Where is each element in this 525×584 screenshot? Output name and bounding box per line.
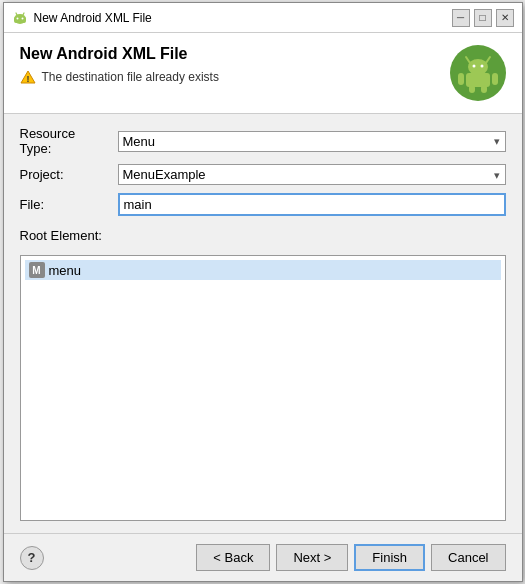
header-left: New Android XML File ! The destination f… <box>20 45 219 85</box>
header-section: New Android XML File ! The destination f… <box>4 33 522 114</box>
warning-text: The destination file already exists <box>42 70 219 84</box>
title-bar-text: New Android XML File <box>34 11 152 25</box>
svg-point-3 <box>21 17 23 19</box>
svg-point-13 <box>480 65 483 68</box>
menu-item-icon: M <box>29 262 45 278</box>
file-label: File: <box>20 197 110 212</box>
list-item[interactable]: M menu <box>25 260 501 280</box>
svg-line-4 <box>16 13 17 15</box>
warning-message: ! The destination file already exists <box>20 69 219 85</box>
title-bar-controls: ─ □ ✕ <box>452 9 514 27</box>
svg-rect-15 <box>458 73 464 85</box>
project-label: Project: <box>20 167 110 182</box>
svg-rect-14 <box>466 73 490 87</box>
file-row: File: <box>20 193 506 216</box>
project-wrapper: MenuExample <box>118 164 506 185</box>
footer: ? < Back Next > Finish Cancel <box>4 533 522 581</box>
project-row: Project: MenuExample <box>20 164 506 185</box>
svg-line-5 <box>23 13 24 15</box>
svg-point-2 <box>16 17 18 19</box>
svg-point-12 <box>472 65 475 68</box>
title-bar: New Android XML File ─ □ ✕ <box>4 3 522 33</box>
dialog: New Android XML File ─ □ ✕ New Android X… <box>3 2 523 582</box>
svg-rect-17 <box>469 85 475 93</box>
android-title-icon <box>12 10 28 26</box>
resource-type-wrapper: Menu <box>118 131 506 152</box>
cancel-button[interactable]: Cancel <box>431 544 505 571</box>
root-element-list[interactable]: M menu <box>20 255 506 521</box>
svg-rect-18 <box>481 85 487 93</box>
menu-item-label: menu <box>49 263 82 278</box>
file-input[interactable] <box>118 193 506 216</box>
footer-buttons: < Back Next > Finish Cancel <box>196 544 505 571</box>
close-button[interactable]: ✕ <box>496 9 514 27</box>
resource-type-label: Resource Type: <box>20 126 110 156</box>
svg-text:!: ! <box>26 74 29 84</box>
android-logo <box>450 45 506 101</box>
resource-type-row: Resource Type: Menu <box>20 126 506 156</box>
resource-type-select[interactable]: Menu <box>118 131 506 152</box>
svg-rect-1 <box>14 17 26 23</box>
svg-rect-16 <box>492 73 498 85</box>
warning-icon: ! <box>20 69 36 85</box>
minimize-button[interactable]: ─ <box>452 9 470 27</box>
form-section: Resource Type: Menu Project: MenuExample… <box>4 114 522 533</box>
root-element-label: Root Element: <box>20 228 506 243</box>
back-button[interactable]: < Back <box>196 544 270 571</box>
help-button[interactable]: ? <box>20 546 44 570</box>
maximize-button[interactable]: □ <box>474 9 492 27</box>
finish-button[interactable]: Finish <box>354 544 425 571</box>
next-button[interactable]: Next > <box>276 544 348 571</box>
svg-point-11 <box>468 59 488 75</box>
dialog-title: New Android XML File <box>20 45 219 63</box>
project-select[interactable]: MenuExample <box>118 164 506 185</box>
title-bar-left: New Android XML File <box>12 10 152 26</box>
